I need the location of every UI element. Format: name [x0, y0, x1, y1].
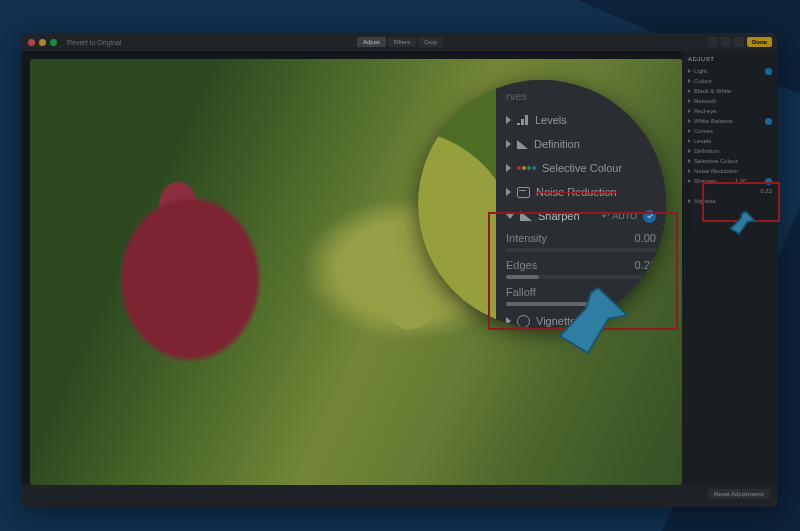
- lens-row-selective-colour[interactable]: Selective Colour: [496, 156, 666, 180]
- sidebar-item-definition[interactable]: Definition: [688, 146, 772, 156]
- chevron-right-icon: [506, 140, 511, 148]
- sidebar-item-colour[interactable]: Colour: [688, 76, 772, 86]
- chevron-right-icon: [506, 188, 511, 196]
- window-zoom-button[interactable]: [50, 39, 57, 46]
- mode-tabs: Adjust Filters Crop: [357, 37, 443, 47]
- toolbar-button[interactable]: [721, 37, 731, 47]
- done-button[interactable]: Done: [747, 37, 772, 47]
- noise-reduction-icon: [517, 187, 530, 198]
- definition-icon: [517, 140, 528, 149]
- titlebar: Revert to Original Adjust Filters Crop D…: [22, 33, 778, 51]
- arrow-icon: [548, 286, 634, 372]
- sidebar-item-bw[interactable]: Black & White: [688, 86, 772, 96]
- sidebar-item-curves[interactable]: Curves: [688, 126, 772, 136]
- tab-filters[interactable]: Filters: [388, 37, 416, 47]
- chevron-right-icon: [506, 164, 511, 172]
- adjust-sidebar: ADJUST Light Colour Black & White Retouc…: [682, 51, 778, 485]
- sidebar-item-nr[interactable]: Noise Reduction: [688, 166, 772, 176]
- tab-crop[interactable]: Crop: [418, 37, 443, 47]
- sidebar-item-retouch[interactable]: Retouch: [688, 96, 772, 106]
- window-close-button[interactable]: [28, 39, 35, 46]
- toolbar-button[interactable]: [708, 37, 718, 47]
- lens-row-noise-reduction[interactable]: Noise Reduction: [496, 180, 666, 204]
- checkmark-icon: [765, 118, 772, 125]
- sidebar-header: ADJUST: [688, 56, 772, 62]
- lens-row-definition[interactable]: Definition: [496, 132, 666, 156]
- window-minimize-button[interactable]: [39, 39, 46, 46]
- revert-button[interactable]: Revert to Original: [67, 39, 121, 46]
- sidebar-item-wb[interactable]: White Balance: [688, 116, 772, 126]
- tab-adjust[interactable]: Adjust: [357, 37, 386, 47]
- reset-adjustments-button[interactable]: Reset Adjustments: [708, 489, 770, 499]
- toolbar-button[interactable]: [734, 37, 744, 47]
- levels-icon: [517, 115, 529, 125]
- selective-colour-icon: [517, 166, 536, 170]
- sidebar-item-levels[interactable]: Levels: [688, 136, 772, 146]
- sidebar-item-sc[interactable]: Selective Colour: [688, 156, 772, 166]
- checkmark-icon: [765, 68, 772, 75]
- sidebar-item-redeye[interactable]: Red-eye: [688, 106, 772, 116]
- sidebar-item-light[interactable]: Light: [688, 66, 772, 76]
- arrow-icon: [722, 210, 756, 244]
- chevron-right-icon: [506, 116, 511, 124]
- footer: Reset Adjustments: [22, 485, 778, 507]
